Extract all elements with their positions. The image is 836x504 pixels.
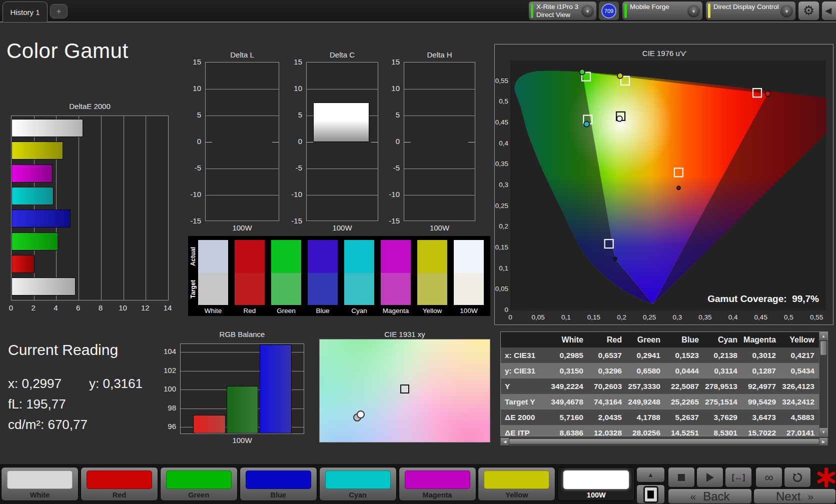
patch-label: Magenta [399, 491, 476, 499]
delta-chart-delta-l [205, 62, 279, 221]
column-header: Red [588, 336, 626, 344]
continuous-measure-button[interactable]: ∞ [755, 467, 782, 488]
delta-chart-title: Delta H [404, 50, 475, 59]
patch-button-green[interactable]: Green [160, 467, 238, 501]
patch-button-red[interactable]: Red [81, 467, 158, 501]
meter-label: Direct Display Control [713, 3, 779, 11]
collapse-panel-icon[interactable]: ◀ [821, 1, 836, 20]
y-tick-label: 0 [180, 137, 201, 146]
patch-label: Blue [240, 491, 317, 499]
back-button[interactable]: « Back [668, 488, 752, 504]
scroll-left-icon[interactable]: ◀ [501, 438, 509, 445]
meter-dropdown-mobile-forge[interactable]: Mobile Forge ▼ [622, 1, 703, 20]
patch-button-white[interactable]: White [1, 467, 79, 501]
table-cell: 14,5251 [665, 428, 703, 437]
y-tick-label: -10 [281, 190, 302, 198]
meter-dropdown-display-control[interactable]: Direct Display Control ▼ [705, 1, 796, 20]
table-cell: 278,9513 [703, 382, 742, 391]
y-tick-label: 15 [180, 58, 201, 66]
x-tick-label: 4 [54, 304, 58, 312]
badge-709: 709 [601, 4, 616, 18]
table-header-row: WhiteRedGreenBlueCyanMagentaYellow [501, 332, 819, 348]
calibration-marker-icon[interactable] [815, 466, 836, 488]
chevron-down-icon[interactable]: ▼ [581, 5, 594, 18]
table-row[interactable]: x: CIE310,29850,65370,29410,15230,21380,… [501, 348, 819, 363]
tab-history[interactable]: History 1 [3, 2, 48, 22]
back-label: Back [703, 490, 729, 504]
deltae2000-x-axis: 02468101214 [11, 304, 176, 314]
table-cell: 27,0141 [780, 428, 819, 437]
swatch-column-green: Green [271, 236, 301, 316]
table-row[interactable]: ΔE ITP8,638612,032828,025614,52518,53011… [501, 425, 819, 436]
add-tab-button[interactable]: + [50, 4, 68, 18]
cie1976-x-tick: 0,15 [587, 314, 600, 321]
table-cell: 0,4217 [780, 351, 819, 360]
scroll-down-icon[interactable]: ▼ [819, 428, 827, 436]
cie1976-diagram [510, 60, 826, 310]
actual-swatch [235, 240, 265, 273]
zero-tick [468, 142, 475, 142]
patch-label: Yellow [478, 491, 555, 499]
measured-point-blue [613, 257, 617, 260]
x-tick-label: 8 [99, 304, 103, 312]
table-cell: 99,5429 [742, 398, 780, 406]
gridline [206, 89, 279, 90]
zero-tick [307, 142, 313, 142]
scroll-up-icon[interactable]: ▲ [819, 332, 827, 340]
next-button[interactable]: Next » [753, 488, 836, 504]
table-horizontal-scrollbar[interactable]: ◀ ▶ [500, 438, 828, 446]
patch-button-blue[interactable]: Blue [240, 467, 317, 501]
patch-window-up-button[interactable]: ▲ [636, 467, 665, 482]
delta-x-label: 100W [205, 224, 279, 232]
table-row[interactable]: ΔE 20005,71602,04354,17885,26373,76293,6… [501, 410, 819, 425]
swatch-column-100w: 100W [454, 236, 484, 316]
table-cell: 0,0444 [665, 366, 703, 376]
play-button[interactable] [696, 467, 723, 488]
patch-window-toggle-button[interactable] [636, 484, 665, 504]
stop-button[interactable] [668, 467, 695, 488]
deltae-bar-red [12, 255, 35, 273]
cie1976-x-tick: 0,35 [698, 314, 711, 321]
target-swatch [381, 273, 411, 305]
table-row[interactable]: Y349,222470,2603257,333022,5087278,95139… [501, 378, 819, 394]
table-cell: 0,1523 [665, 351, 703, 360]
scroll-right-icon[interactable]: ▶ [819, 438, 827, 445]
scrollbar-thumb[interactable] [509, 439, 819, 444]
target-badge[interactable]: 709 [598, 1, 619, 20]
patch-button-magenta[interactable]: Magenta [399, 467, 476, 501]
x-tick-label: 14 [164, 304, 172, 312]
table-cell: 74,3164 [588, 398, 626, 406]
rgb-y-tick: 100 [155, 384, 176, 393]
swatch-column-blue: Blue [308, 236, 338, 316]
top-bar: History 1 + X-Rite i1Pro 3Direct View ▼ … [0, 0, 836, 22]
meter-label: X-Rite i1Pro 3Direct View [536, 3, 578, 19]
patch-button-100w[interactable]: 100W [557, 467, 635, 501]
table-row[interactable]: Target Y349,467874,3164249,924825,226527… [501, 394, 819, 410]
rgb-bar-blue [260, 344, 292, 434]
table-cell: 0,3012 [742, 351, 780, 360]
loop-measure-button[interactable] [784, 467, 811, 488]
scrollbar-thumb[interactable] [820, 341, 826, 355]
meter-dropdown-i1pro3[interactable]: X-Rite i1Pro 3Direct View ▼ [528, 1, 597, 20]
step-measure-button[interactable]: [↔] [725, 467, 752, 488]
cie1976-panel: CIE 1976 u'v' Gamut Coverage: 99,7% 00,0… [494, 44, 833, 325]
chevron-down-icon[interactable]: ▼ [780, 5, 793, 18]
patch-button-yellow[interactable]: Yellow [478, 467, 555, 501]
gridline [206, 168, 279, 169]
x-tick-label: 10 [119, 304, 127, 312]
y-tick-label: -15 [379, 216, 400, 225]
measured-dot [357, 410, 365, 418]
table-cell: 324,2412 [780, 398, 819, 406]
gear-icon[interactable]: ⚙ [798, 1, 819, 20]
rgb-balance-chart [180, 344, 304, 434]
table-vertical-scrollbar[interactable]: ▲ ▼ [819, 332, 827, 436]
patch-swatch [7, 470, 73, 489]
cie1976-y-tick: 0,25 [495, 202, 508, 210]
patch-button-cyan[interactable]: Cyan [319, 467, 397, 501]
cie1976-x-tick: 0,1 [561, 314, 571, 321]
chevron-down-icon[interactable]: ▼ [687, 5, 700, 18]
cie1976-x-tick: 0,45 [754, 314, 767, 321]
actual-target-swatch-strip: ActualTargetWhiteRedGreenBlueCyanMagenta… [188, 236, 490, 316]
table-row[interactable]: y: CIE310,31500,32960,65800,04440,31140,… [501, 363, 819, 378]
cie1976-y-tick: 0,3 [495, 181, 508, 188]
